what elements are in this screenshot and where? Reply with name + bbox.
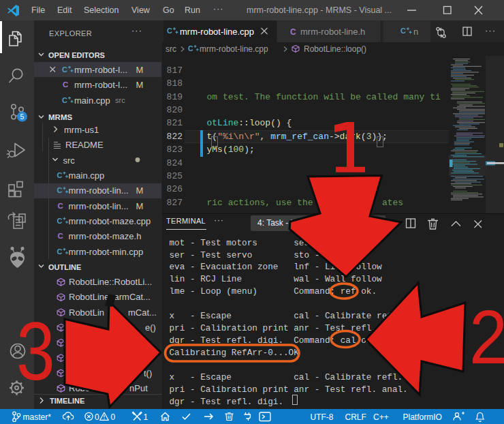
svg-text:C++: C++ — [373, 412, 389, 422]
svg-text:mCat...: mCat... — [128, 307, 157, 318]
svg-text:src: src — [166, 44, 176, 54]
svg-text:master*: master* — [23, 412, 52, 422]
svg-text:···: ··· — [485, 25, 496, 35]
svg-text:C: C — [188, 44, 193, 52]
svg-text:TIMELINE: TIMELINE — [50, 397, 84, 405]
svg-text:RobotLin: RobotLin — [69, 307, 104, 318]
svg-text:5: 5 — [20, 112, 25, 121]
svg-text:PlatformIO: PlatformIO — [403, 412, 442, 422]
svg-text:C: C — [167, 27, 172, 35]
svg-text:RobotLin: RobotLin — [69, 383, 104, 393]
svg-text:mrm-robot-line.cpp: mrm-robot-line.cpp — [180, 27, 254, 37]
svg-text:0: 0 — [95, 412, 99, 422]
svg-text:nPut: nPut — [129, 383, 148, 393]
svg-text:t(): t() — [144, 368, 152, 378]
svg-text:e(): e() — [145, 322, 156, 333]
svg-text:RobotLine::armCat...: RobotLine::armCat... — [69, 292, 151, 302]
svg-text:RobotLine::loop(): RobotLine::loop() — [304, 44, 366, 54]
svg-text:UTF-8: UTF-8 — [311, 412, 334, 422]
svg-text:n: n — [413, 27, 418, 37]
svg-text:RobotLine::RobotLi...: RobotLine::RobotLi... — [69, 277, 152, 287]
svg-text:C: C — [400, 27, 406, 35]
svg-text:CRLF: CRLF — [345, 412, 366, 422]
svg-text:mrm-robot-line.h: mrm-robot-line.h — [300, 27, 365, 37]
svg-text:mrm-robot-line.cpp: mrm-robot-line.cpp — [200, 44, 268, 54]
svg-text:0: 0 — [111, 412, 116, 422]
svg-text:1: 1 — [144, 412, 148, 422]
svg-text:C: C — [290, 27, 296, 37]
